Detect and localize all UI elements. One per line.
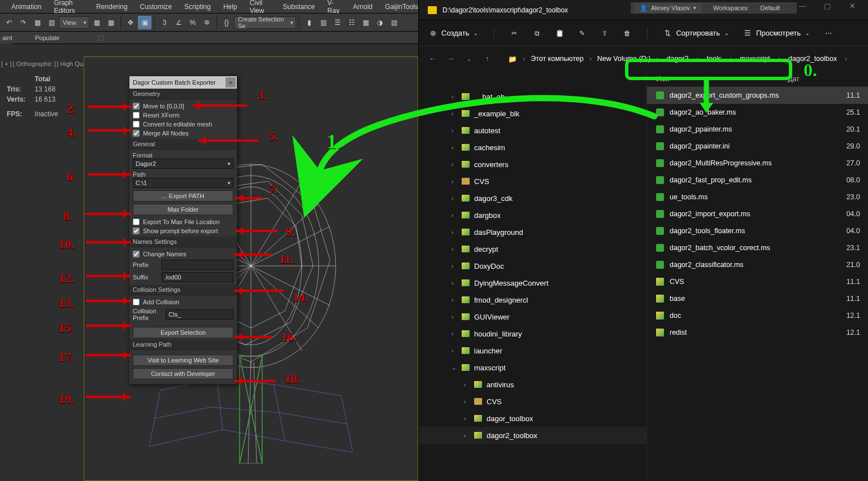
format-dropdown[interactable]: Dagor2 [133, 159, 233, 169]
view-dropdown[interactable]: View [59, 16, 89, 29]
bracket-icon[interactable]: {} [220, 16, 233, 29]
col-name[interactable]: Имя [656, 75, 669, 83]
delete-icon[interactable]: 🗑 [623, 29, 631, 37]
suffix-input[interactable] [162, 272, 233, 282]
up-icon[interactable]: ↑ [482, 54, 492, 64]
tree-item[interactable]: ›GUIViewer [419, 308, 646, 325]
angle-icon[interactable]: ∠ [172, 16, 185, 29]
file-row[interactable]: ue_tools.ms23.0 [647, 189, 868, 205]
contact-developer-button[interactable]: Contact with Developer [133, 368, 233, 379]
file-row[interactable]: dagor2_ppainter.ini29.0 [647, 138, 868, 155]
file-row[interactable]: dagor2_fast_prop_edit.ms08.0 [647, 172, 868, 189]
menu-help[interactable]: Help [223, 3, 237, 11]
tree-item[interactable]: ›dagor_toolbox [419, 410, 646, 427]
crumb-maxscript[interactable]: maxscript [737, 55, 772, 63]
snap3-icon[interactable]: 3 [158, 16, 171, 29]
cut-icon[interactable]: ✂ [510, 29, 518, 37]
redo-icon[interactable]: ↷ [16, 16, 30, 29]
tree-item[interactable]: ⌄maxscript [419, 359, 646, 376]
view-ortho[interactable]: [ Orthographic ] [13, 60, 56, 67]
menu-rendering[interactable]: Rendering [96, 3, 127, 11]
file-row[interactable]: base11.1 [647, 290, 868, 307]
checkbox-change-names[interactable]: Change Names [133, 250, 233, 259]
visit-website-button[interactable]: Visit to Learning Web Site [133, 355, 233, 366]
breadcrumb[interactable]: 📁 › Этот компьютер › New Volume (D:) › d… [500, 55, 847, 63]
populate-button[interactable]: Populate [31, 34, 64, 41]
tool-b-icon[interactable]: ▦ [104, 16, 118, 29]
user-dropdown[interactable]: 👤 Alexey Vlasov [634, 3, 702, 14]
crumb-pc[interactable]: Этот компьютер [531, 55, 583, 63]
move-icon[interactable]: ✥ [124, 16, 137, 29]
material-icon[interactable]: ◑ [373, 16, 387, 29]
tree-item[interactable]: ›antivirus [419, 376, 646, 393]
selection-set-dropdown[interactable]: Create Selection Se [234, 16, 296, 29]
file-row[interactable]: dagor2_classificator.ms21.0 [647, 256, 868, 273]
prefix-input[interactable] [162, 260, 233, 270]
tree-item[interactable]: ›dagor2_toolbox [419, 427, 646, 444]
recent-icon[interactable]: ⌄ [464, 54, 474, 64]
schematic-icon[interactable]: ▦ [359, 16, 372, 29]
more-icon[interactable]: ⋯ [824, 29, 832, 37]
tree-item[interactable]: ›launcher [419, 342, 646, 359]
checkbox-reset-xform[interactable]: Reset XForm [133, 111, 233, 120]
checkbox-export-to-max[interactable]: Export To Max File Location [133, 217, 233, 226]
share-icon[interactable]: ⇪ [601, 29, 609, 37]
menu-customize[interactable]: Customize [140, 3, 172, 11]
close-icon[interactable]: ✕ [225, 77, 236, 88]
mirror-icon[interactable]: ▮ [302, 16, 316, 29]
percent-icon[interactable]: % [186, 16, 199, 29]
checkbox-convert[interactable]: Convert to editable mesh [133, 120, 233, 129]
tree-item[interactable]: ›DoxyDoc [419, 257, 646, 274]
align-icon[interactable]: ▥ [316, 16, 330, 29]
file-row[interactable]: dagor2_batch_vcolor_corect.ms23.1 [647, 239, 868, 256]
back-icon[interactable]: ← [428, 54, 438, 64]
collision-prefix-input[interactable] [166, 309, 233, 320]
file-row[interactable]: redist12.1 [647, 324, 868, 341]
tree-item[interactable]: ›dasPlayground [419, 224, 646, 240]
export-selection-button[interactable]: Export Selection [133, 327, 233, 338]
menu-animation[interactable]: Animation [11, 3, 41, 11]
checkbox-show-prompt[interactable]: Show prompt before export [133, 226, 233, 235]
tree-item[interactable]: ›converters [419, 156, 646, 173]
col-date[interactable]: Дат [788, 75, 799, 83]
menu-substance[interactable]: Substance [283, 3, 315, 11]
tree-item[interactable]: ›dargbox [419, 207, 646, 224]
tool-a-icon[interactable]: ▦ [90, 16, 103, 29]
view-button[interactable]: ☰ Просмотреть ⌄ [744, 29, 810, 37]
file-list[interactable]: Имя Дат dagor2_export_custom_groups.ms11… [647, 71, 868, 481]
copy-icon[interactable]: ⧉ [533, 29, 541, 37]
path-dropdown[interactable]: C:\1 [133, 178, 233, 188]
menu-civil-view[interactable]: Civil View [250, 0, 271, 15]
tree-item[interactable]: ›autotest [419, 122, 646, 139]
paste-icon[interactable]: 📋 [555, 29, 563, 37]
pivot-icon[interactable]: ✲ [200, 16, 214, 29]
crumb-volume[interactable]: New Volume (D:) [597, 55, 650, 63]
file-row[interactable]: dagor2_ao_baker.ms25.1 [647, 104, 868, 121]
aint-tab[interactable]: aint [0, 32, 12, 44]
menu-scripting[interactable]: Scripting [184, 3, 211, 11]
dialog-titlebar[interactable]: Dagor Custom Batch Exporter ✕ [129, 76, 237, 89]
max-folder-button[interactable]: Max Folder [133, 204, 233, 215]
sort-button[interactable]: ⇅ Сортировать ⌄ [663, 29, 729, 37]
tree-item[interactable]: ›CVS [419, 393, 646, 410]
file-row[interactable]: dagor2_export_custom_groups.ms11.1 [647, 87, 868, 104]
create-button[interactable]: ⊕ Создать ⌄ [429, 29, 478, 37]
workspace-dropdown[interactable]: Default [760, 5, 780, 11]
tree-item[interactable]: ›decrypt [419, 240, 646, 257]
menu-vray[interactable]: V-Ray [327, 0, 340, 15]
crumb-dagor2[interactable]: dagor2 [664, 55, 691, 63]
tree-item[interactable]: ›cachesim [419, 139, 646, 156]
file-row[interactable]: doc12.1 [647, 307, 868, 324]
tree-item[interactable]: ›fmod_designercl [419, 291, 646, 308]
minimize-button[interactable]: — [791, 0, 814, 11]
crumb-toolbox[interactable]: dagor2_toolbox [786, 55, 839, 63]
tree-item[interactable]: ›dagor3_cdk [419, 190, 646, 207]
tree-item[interactable]: ›houdini_library [419, 325, 646, 342]
crumb-tools[interactable]: tools [705, 55, 724, 63]
curve-editor-icon[interactable]: ☷ [345, 16, 358, 29]
maximize-button[interactable]: ▢ [816, 0, 839, 11]
close-button[interactable]: ✕ [841, 0, 863, 11]
link-icon[interactable]: ▦ [31, 16, 44, 29]
layers-icon[interactable]: ☰ [331, 16, 344, 29]
tree-item[interactable]: ›__bat_ob [419, 88, 646, 105]
